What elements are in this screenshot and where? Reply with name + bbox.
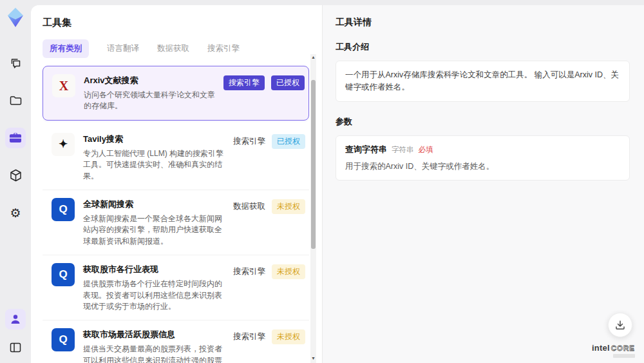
tool-card[interactable]: Q 获取股市各行业表现 提供股票市场各个行业在特定时间段内的表现。投资者可以利用…	[43, 255, 309, 320]
sidebar-item-tools[interactable]	[5, 128, 26, 148]
arxiv-logo: X	[52, 74, 75, 97]
panel-toggle-icon	[10, 342, 21, 353]
tool-description: 提供当天交易量最高的股票列表，投资者可以利用这些信息来识别流动性强的股票和潜在的…	[83, 344, 225, 363]
tool-card[interactable]: Q 全球新闻搜索 全球新闻搜索是一个聚合全球各大新闻网站内容的搜索引擎，帮助用户…	[43, 190, 309, 255]
sidebar-item-files[interactable]	[5, 90, 26, 111]
category-tabs: 所有类别语言翻译数据获取搜索引擎	[43, 39, 322, 58]
download-button[interactable]	[608, 313, 632, 337]
search-q-icon: Q	[52, 263, 75, 286]
list-scrollbar[interactable]: ▲ ▼	[310, 54, 316, 363]
param-description: 用于搜索的Arxiv ID、关键字或作者姓名。	[345, 161, 620, 172]
tool-title: 获取股市各行业表现	[83, 264, 225, 275]
search-q-icon: Q	[52, 328, 75, 351]
download-icon	[615, 320, 625, 330]
tool-status-badge: 已授权	[271, 75, 305, 90]
tool-title: 全球新闻搜索	[83, 199, 225, 210]
tool-list: X Arxiv文献搜索 访问各个研究领域大量科学论文和文章的存储库。 搜索引擎 …	[43, 66, 309, 363]
sidebar-nav: ⚙	[5, 53, 26, 223]
search-q-icon: Q	[52, 198, 75, 221]
tool-status-badge: 未授权	[272, 329, 305, 344]
sidebar-item-packages[interactable]	[5, 165, 26, 186]
scroll-down-icon[interactable]: ▼	[310, 355, 316, 362]
scroll-up-icon[interactable]: ▲	[310, 54, 316, 61]
tool-category-tag: 搜索引擎	[223, 75, 265, 90]
tool-title: Arxiv文献搜索	[84, 75, 215, 86]
intel-core-logo: intel CORE	[592, 344, 635, 358]
tool-status-badge: 已授权	[272, 134, 305, 149]
tool-category-tag: 搜索引擎	[233, 264, 265, 279]
page-title: 工具集	[43, 17, 322, 29]
cube-icon	[10, 169, 22, 182]
tool-title: 获取市场最活跃股票信息	[83, 329, 225, 340]
diamond-logo-icon	[6, 7, 25, 28]
tool-intro-text: 一个用于从Arxiv存储库搜索科学论文和文章的工具。 输入可以是Arxiv ID…	[336, 61, 630, 102]
core-brand-text: CORE	[611, 345, 635, 353]
folder-icon	[10, 95, 22, 106]
user-icon	[10, 313, 21, 325]
param-type: 字符串	[392, 145, 414, 155]
sidebar-bottom	[5, 309, 26, 358]
toolbox-icon	[9, 132, 22, 144]
sidebar-item-account[interactable]	[5, 309, 26, 329]
tool-category-tag: 搜索引擎	[233, 329, 265, 344]
tool-detail-pane: 工具详情 工具介绍 一个用于从Arxiv存储库搜索科学论文和文章的工具。 输入可…	[322, 5, 644, 363]
gear-icon: ⚙	[10, 206, 21, 221]
sidebar-item-collapse[interactable]	[5, 337, 26, 358]
chat-icon	[10, 57, 22, 70]
intel-badge-bar	[613, 354, 635, 358]
star-icon: ✦	[52, 133, 75, 156]
tool-category-tag: 搜索引擎	[233, 134, 265, 149]
category-tab[interactable]: 数据获取	[157, 39, 189, 58]
scrollbar-thumb[interactable]	[311, 80, 316, 249]
main-panel: 工具集 所有类别语言翻译数据获取搜索引擎 X Arxiv文献搜索 访问各个研究领…	[31, 5, 644, 363]
tool-card[interactable]: Q 获取市场最活跃股票信息 提供当天交易量最高的股票列表，投资者可以利用这些信息…	[43, 320, 309, 363]
tool-description: 专为人工智能代理 (LLM) 构建的搜索引擎工具。可快速提供实时、准确和真实的结…	[83, 148, 225, 182]
tool-description: 全球新闻搜索是一个聚合全球各大新闻网站内容的搜索引擎，帮助用户快速获取全球最新资…	[83, 213, 225, 247]
category-tab[interactable]: 搜索引擎	[207, 39, 240, 58]
sidebar-item-settings[interactable]: ⚙	[5, 202, 26, 223]
tool-card[interactable]: ✦ Tavily搜索 专为人工智能代理 (LLM) 构建的搜索引擎工具。可快速提…	[43, 125, 309, 190]
intro-heading: 工具介绍	[336, 41, 630, 53]
tool-status-badge: 未授权	[272, 264, 305, 279]
category-tab[interactable]: 语言翻译	[107, 39, 139, 58]
sidebar-item-chat[interactable]	[5, 53, 26, 74]
tool-description: 访问各个研究领域大量科学论文和文章的存储库。	[84, 90, 215, 112]
app-logo	[5, 6, 26, 28]
param-name: 查询字符串	[345, 144, 387, 155]
tool-title: Tavily搜索	[83, 133, 225, 145]
tool-list-pane: 工具集 所有类别语言翻译数据获取搜索引擎 X Arxiv文献搜索 访问各个研究领…	[31, 5, 322, 363]
tool-category-tag: 数据获取	[233, 199, 265, 214]
intel-brand-text: intel	[592, 344, 610, 352]
tool-description: 提供股票市场各个行业在特定时间段内的表现。投资者可以利用这些信息来识别表现优于或…	[83, 279, 225, 312]
tool-status-badge: 未授权	[272, 199, 305, 214]
sidebar: ⚙	[0, 0, 31, 363]
param-required-badge: 必填	[419, 145, 433, 155]
category-tab[interactable]: 所有类别	[43, 39, 89, 58]
detail-title: 工具详情	[336, 17, 630, 28]
tool-card[interactable]: X Arxiv文献搜索 访问各个研究领域大量科学论文和文章的存储库。 搜索引擎 …	[43, 66, 309, 121]
params-heading: 参数	[336, 116, 630, 128]
param-card: 查询字符串 字符串 必填 用于搜索的Arxiv ID、关键字或作者姓名。	[336, 135, 630, 181]
